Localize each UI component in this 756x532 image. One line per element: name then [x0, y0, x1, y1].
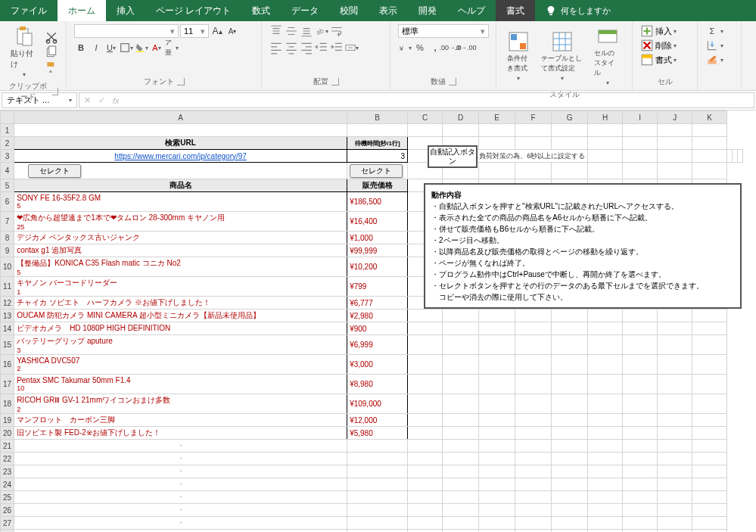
- cell[interactable]: ¥900: [347, 322, 408, 335]
- cell[interactable]: [658, 310, 692, 322]
- tab-formulas[interactable]: 数式: [241, 0, 281, 21]
- cell[interactable]: ・: [14, 504, 347, 517]
- cell[interactable]: ・: [14, 517, 347, 530]
- cell[interactable]: [515, 310, 552, 322]
- cell[interactable]: [552, 335, 588, 355]
- cell[interactable]: [479, 335, 515, 355]
- row-header[interactable]: 10: [1, 257, 14, 277]
- cell[interactable]: [658, 530, 692, 533]
- cell[interactable]: [692, 414, 727, 427]
- cell[interactable]: [658, 394, 692, 414]
- cell[interactable]: [515, 375, 552, 394]
- cell[interactable]: [588, 440, 623, 453]
- col-header[interactable]: H: [588, 111, 623, 124]
- cell[interactable]: [588, 137, 623, 150]
- cell[interactable]: [443, 335, 479, 355]
- tab-file[interactable]: ファイル: [0, 0, 58, 21]
- cell[interactable]: [588, 427, 623, 440]
- cell[interactable]: [552, 322, 588, 335]
- cell[interactable]: [658, 414, 692, 427]
- cell[interactable]: [443, 491, 479, 504]
- cell[interactable]: [623, 124, 658, 137]
- cell[interactable]: ¥6,999: [347, 335, 408, 355]
- border-icon[interactable]: ▾: [120, 41, 133, 54]
- cell[interactable]: [443, 504, 479, 517]
- insert-cells-button[interactable]: 挿入▾: [640, 24, 689, 38]
- cell[interactable]: [347, 453, 408, 465]
- col-header[interactable]: K: [692, 111, 727, 124]
- align-bottom-icon[interactable]: [300, 24, 313, 38]
- cell[interactable]: キヤノン バーコードリーダー1: [14, 277, 347, 297]
- font-family-combo[interactable]: ▾: [74, 24, 179, 38]
- row-header[interactable]: 5: [1, 179, 14, 192]
- cell[interactable]: [443, 478, 479, 491]
- decrease-decimal-icon[interactable]: .0→.00: [459, 41, 472, 54]
- cell[interactable]: YASHICA DVC5072: [14, 355, 347, 375]
- increase-font-icon[interactable]: A▴: [210, 24, 224, 38]
- cell[interactable]: [408, 124, 443, 137]
- cell[interactable]: [623, 530, 658, 533]
- cell[interactable]: [623, 150, 658, 163]
- align-middle-icon[interactable]: [285, 24, 298, 38]
- row-header[interactable]: 3: [1, 150, 14, 163]
- cell[interactable]: [479, 124, 515, 137]
- align-right-icon[interactable]: [300, 41, 313, 54]
- cut-icon[interactable]: [45, 30, 58, 44]
- cell[interactable]: [658, 163, 692, 179]
- decrease-font-icon[interactable]: A▾: [226, 24, 239, 38]
- cell[interactable]: [552, 517, 588, 530]
- cell[interactable]: [658, 465, 692, 478]
- cell[interactable]: [515, 124, 552, 137]
- cell[interactable]: [479, 355, 515, 375]
- cell[interactable]: [479, 491, 515, 504]
- cell[interactable]: [515, 530, 552, 533]
- cell[interactable]: [515, 335, 552, 355]
- cell[interactable]: [588, 530, 623, 533]
- cell[interactable]: [658, 440, 692, 453]
- cell[interactable]: [408, 310, 443, 322]
- cell[interactable]: ¥6,777: [347, 297, 408, 310]
- row-header[interactable]: 8: [1, 232, 14, 244]
- row-header[interactable]: 23: [1, 465, 14, 478]
- cell[interactable]: ¥2,980: [347, 310, 408, 322]
- cell[interactable]: [692, 530, 727, 533]
- cell[interactable]: [347, 124, 408, 137]
- cell[interactable]: 旧ソビエト製 FED-2※お値下げしました！: [14, 427, 347, 440]
- cell[interactable]: [479, 478, 515, 491]
- cell[interactable]: [552, 124, 588, 137]
- cell[interactable]: [443, 394, 479, 414]
- cell[interactable]: マンフロット カーボン三脚: [14, 414, 347, 427]
- tab-help[interactable]: ヘルプ: [447, 0, 496, 21]
- cell[interactable]: [658, 355, 692, 375]
- cell[interactable]: [692, 124, 727, 137]
- cell[interactable]: [692, 394, 727, 414]
- cell[interactable]: ・: [14, 491, 347, 504]
- cell[interactable]: [588, 355, 623, 375]
- row-header[interactable]: 19: [1, 414, 14, 427]
- search-url-link[interactable]: https://www.mercari.com/jp/category/97: [17, 152, 344, 160]
- cell[interactable]: [588, 163, 623, 179]
- cell[interactable]: [515, 414, 552, 427]
- cell[interactable]: [552, 137, 588, 150]
- cell[interactable]: RICOH GRⅢ GV-1 21mmワイコンおまけ多数2: [14, 394, 347, 414]
- row-header[interactable]: 12: [1, 297, 14, 310]
- row-header[interactable]: 15: [1, 335, 14, 355]
- row-header[interactable]: 25: [1, 491, 14, 504]
- cell[interactable]: [515, 137, 552, 150]
- row-header[interactable]: 11: [1, 277, 14, 297]
- tab-view[interactable]: 表示: [369, 0, 408, 21]
- cell[interactable]: [408, 453, 443, 465]
- cell[interactable]: [347, 530, 408, 533]
- cell[interactable]: [408, 491, 443, 504]
- row-header[interactable]: 13: [1, 310, 14, 322]
- cell[interactable]: [443, 124, 479, 137]
- cell[interactable]: [588, 504, 623, 517]
- select-button-a[interactable]: セレクト: [28, 164, 81, 178]
- cell[interactable]: [623, 335, 658, 355]
- auto-fill-button[interactable]: 自動記入ボタン: [428, 145, 478, 168]
- cell[interactable]: ¥3,000: [347, 355, 408, 375]
- cell[interactable]: [692, 440, 727, 453]
- cell[interactable]: [443, 414, 479, 427]
- fill-icon[interactable]: [705, 39, 719, 52]
- cell[interactable]: セレクト: [14, 163, 347, 179]
